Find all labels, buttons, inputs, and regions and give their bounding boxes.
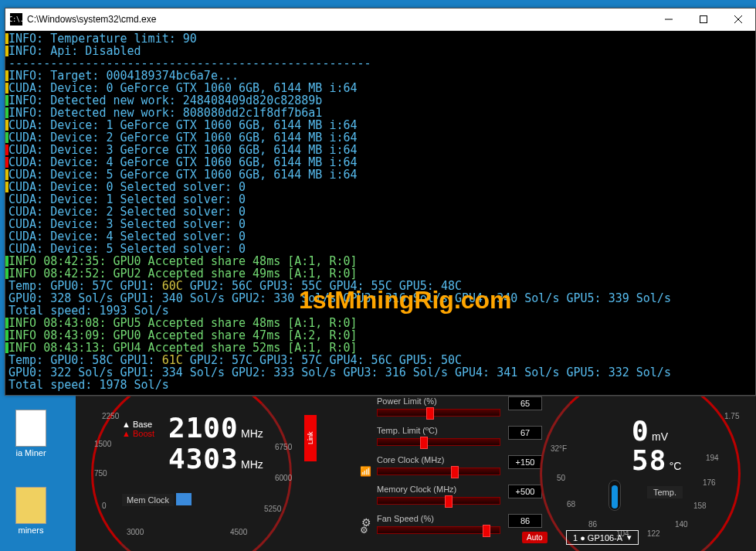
watermark-text: 1stMiningRig.com [299, 294, 512, 306]
terminal-line: CUDA: Device: 0 Selected solver: 0 [8, 181, 752, 193]
slider-thumb[interactable] [445, 495, 453, 508]
tick: 68 [567, 500, 575, 508]
status-bar-mark [5, 70, 8, 81]
terminal-text: Total speed: 1978 Sol/s [8, 378, 169, 392]
tick: 750 [94, 469, 107, 478]
terminal-line: CUDA: Device: 1 GeForce GTX 1060 6GB, 61… [8, 119, 752, 131]
terminal-line: CUDA: Device: 4 GeForce GTX 1060 6GB, 61… [8, 156, 752, 168]
terminal-output[interactable]: INFO: Temperature limit: 90INFO: Api: Di… [5, 31, 755, 395]
temp-unit: °C [670, 460, 682, 472]
maximize-button[interactable] [686, 9, 720, 30]
terminal-line: CUDA: Device: 3 GeForce GTX 1060 6GB, 61… [8, 144, 752, 156]
tick: 158 [693, 502, 707, 510]
tick: 32°F [551, 444, 567, 453]
core-clock-unit: MHz [241, 427, 263, 440]
slider-thumb[interactable] [483, 525, 490, 537]
temp-value: 58 [632, 444, 666, 476]
desktop-shortcut[interactable]: miners [4, 487, 58, 535]
status-bar-mark [5, 107, 8, 118]
slider-label: Power Limit (%) [377, 396, 437, 406]
tick: 0 [102, 502, 107, 510]
gpu-tuner-panel: ▲ Base ▲ Boost 2100 MHz 4303 MHz Mem Clo… [76, 396, 756, 551]
status-bar-mark [5, 95, 8, 106]
cmd-window: C:\. C:\Windows\system32\cmd.exe INFO: T… [5, 8, 756, 396]
status-bar-mark [5, 145, 8, 155]
terminal-line: CUDA: Device: 3 Selected solver: 0 [8, 218, 752, 230]
slider-track[interactable] [377, 526, 500, 534]
terminal-line: CUDA: Device: 1 Selected solver: 0 [8, 193, 752, 206]
status-bar-mark [5, 318, 8, 328]
status-bar-mark [5, 33, 8, 44]
desktop-shortcut[interactable]: ia Miner [4, 410, 58, 457]
tick: 50 [557, 474, 565, 482]
slider-value[interactable]: +500 [508, 485, 542, 498]
slider-label: Core Clock (MHz) [377, 455, 444, 464]
terminal-line: CUDA: Device: 2 GeForce GTX 1060 6GB, 61… [8, 131, 752, 144]
base-indicator: ▲ Base [122, 420, 154, 429]
slider-track[interactable] [377, 409, 500, 417]
temp-label: Temp. [647, 486, 683, 498]
fan-auto-toggle[interactable]: Auto [522, 532, 548, 543]
slider-label: Memory Clock (MHz) [377, 485, 456, 494]
slider-value[interactable]: 86 [508, 514, 542, 528]
terminal-line: INFO 08:42:35: GPU0 Accepted share 48ms … [8, 255, 752, 267]
status-bar-mark [5, 83, 8, 94]
mem-icon [176, 493, 192, 505]
tick: 3000 [127, 528, 144, 536]
terminal-line: Temp: GPU0: 58C GPU1: 61C GPU2: 57C GPU3… [8, 354, 752, 366]
tick: 6000 [275, 474, 292, 482]
tick: 140 [675, 520, 688, 529]
terminal-line: CUDA: Device: 2 Selected solver: 0 [8, 206, 752, 218]
shortcut-label: miners [4, 525, 58, 535]
slider-thumb[interactable] [420, 437, 428, 449]
status-bar-mark [5, 342, 8, 353]
tick: 86 [588, 520, 597, 529]
tick: 1500 [94, 440, 111, 448]
slider-track[interactable] [377, 468, 500, 475]
terminal-line: CUDA: Device: 5 GeForce GTX 1060 6GB, 61… [8, 168, 752, 181]
tick: 4500 [230, 528, 247, 536]
terminal-line: INFO: Temperature limit: 90 [8, 32, 752, 45]
terminal-line: ----------------------------------------… [8, 57, 752, 70]
core-clock-value: 2100 [168, 412, 239, 444]
close-button[interactable] [720, 9, 755, 30]
status-bar-mark [5, 46, 8, 56]
gpu-selector[interactable]: 1 ● GP106-A ▾ [566, 530, 639, 545]
slider-label: Temp. Limit (ºC) [377, 426, 438, 435]
slider-track[interactable] [377, 438, 500, 446]
minimize-button[interactable] [651, 9, 686, 30]
tick: 194 [706, 454, 719, 462]
status-bar-mark [5, 120, 8, 131]
terminal-line: INFO: Detected new work: 808080dd2c1f8df… [8, 107, 752, 119]
folder-icon [15, 487, 46, 524]
status-bar-mark [5, 256, 8, 267]
terminal-line: INFO 08:43:09: GPU0 Accepted share 47ms … [8, 329, 752, 342]
slider-value[interactable]: +150 [508, 455, 542, 469]
gear-icon[interactable]: ⚙ [361, 516, 371, 529]
voltage-value: 0 [632, 415, 649, 447]
slider-track[interactable] [377, 497, 500, 505]
status-bar-mark [5, 330, 8, 341]
status-bar-mark [5, 169, 8, 180]
window-title: C:\Windows\system32\cmd.exe [27, 14, 651, 25]
terminal-line: CUDA: Device: 4 Selected solver: 0 [8, 230, 752, 243]
terminal-line: CUDA: Device: 0 GeForce GTX 1060 6GB, 61… [8, 82, 752, 94]
slider-row: Temp. Limit (ºC)67 [331, 426, 547, 455]
slider-row: Memory Clock (MHz)+500 [331, 485, 547, 514]
slider-thumb[interactable] [451, 466, 459, 478]
slider-thumb[interactable] [426, 407, 434, 420]
slider-value[interactable]: 65 [508, 396, 542, 410]
terminal-line: INFO: Api: Disabled [8, 45, 752, 57]
titlebar[interactable]: C:\. C:\Windows\system32\cmd.exe [5, 9, 755, 31]
slider-label: Fan Speed (%) [377, 514, 434, 523]
terminal-line: Total speed: 1978 Sol/s [8, 379, 752, 391]
link-toggle[interactable]: Link [304, 415, 317, 461]
tick: 6750 [275, 443, 292, 451]
slider-value[interactable]: 67 [508, 426, 542, 440]
tick: 1.75 [724, 412, 739, 420]
mem-clock-unit: MHz [241, 458, 263, 471]
gpu-selector-label: 1 ● GP106-A [573, 533, 622, 542]
terminal-line: INFO 08:43:13: GPU4 Accepted share 52ms … [8, 342, 752, 354]
tick: 176 [703, 478, 716, 487]
terminal-line: INFO 08:42:52: GPU2 Accepted share 49ms … [8, 267, 752, 280]
